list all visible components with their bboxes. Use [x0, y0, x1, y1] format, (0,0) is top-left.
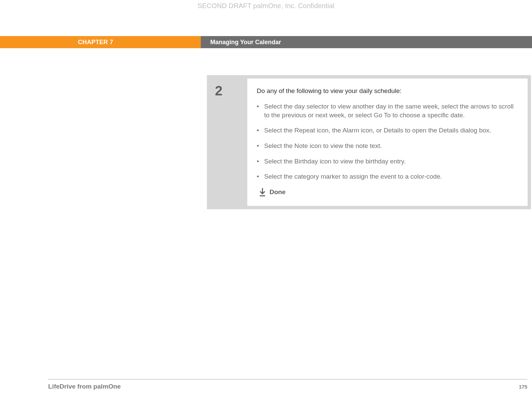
- page-footer: LifeDrive from palmOne 175: [48, 379, 527, 390]
- list-item: Select the Repeat icon, the Alarm icon, …: [257, 126, 518, 135]
- list-item: Select the Birthday icon to view the bir…: [257, 157, 518, 166]
- done-label: Done: [270, 188, 286, 196]
- list-item: Select the Note icon to view the note te…: [257, 142, 518, 150]
- done-row: Done: [257, 188, 518, 196]
- list-item: Select the day selector to view another …: [257, 102, 518, 119]
- step-number-column: 2: [210, 79, 247, 206]
- step-content-panel: Do any of the following to view your dai…: [247, 79, 528, 206]
- footer-page-number: 175: [519, 384, 527, 390]
- step-number: 2: [215, 83, 247, 98]
- step-frame: 2 Do any of the following to view your d…: [207, 75, 531, 209]
- chapter-title: Managing Your Calendar: [201, 36, 532, 48]
- chapter-label: CHAPTER 7: [0, 36, 201, 48]
- step-intro: Do any of the following to view your dai…: [257, 87, 518, 95]
- watermark-text: SECOND DRAFT palmOne, Inc. Confidential: [0, 2, 532, 10]
- footer-product: LifeDrive from palmOne: [48, 383, 121, 390]
- bullet-list: Select the day selector to view another …: [257, 102, 518, 181]
- header-bar: CHAPTER 7 Managing Your Calendar: [0, 36, 532, 48]
- arrow-down-icon: [259, 188, 266, 196]
- list-item: Select the category marker to assign the…: [257, 172, 518, 181]
